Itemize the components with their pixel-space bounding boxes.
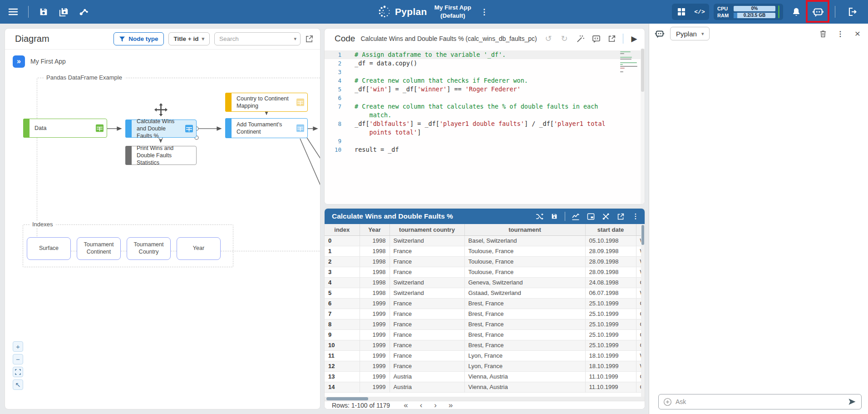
column-header[interactable]: index — [325, 224, 360, 235]
table-cell: 06.07.1998 — [585, 288, 636, 298]
assistant-toggle-button[interactable] — [809, 3, 827, 20]
table-row[interactable]: 61999FranceBrest, France25.10.1999C — [325, 298, 645, 309]
column-header[interactable]: Year — [360, 224, 390, 235]
redo-button[interactable]: ↻ — [559, 34, 569, 44]
code-open-external-button[interactable] — [607, 34, 617, 44]
node-calculate-wins[interactable]: Calculate Wins and Double Faults % — [125, 120, 197, 138]
node-print-statistics[interactable]: Print Wins and Double Faults Statistics — [125, 146, 197, 165]
chart-view-button[interactable] — [571, 212, 580, 221]
undo-button[interactable]: ↺ — [543, 34, 553, 44]
node-label: Print Wins and Double Faults Statistics — [137, 145, 182, 167]
column-header[interactable]: tournament — [464, 224, 585, 235]
line-chart-icon — [572, 212, 580, 220]
table-cell: 11.10.1999 — [585, 382, 636, 392]
table-cell: 25.10.1999 — [585, 298, 636, 309]
hamburger-menu-button[interactable] — [5, 3, 22, 20]
first-page-button[interactable]: « — [404, 401, 408, 409]
column-header[interactable]: tournament country — [390, 224, 464, 235]
table-row[interactable]: 41998SwitzerlandGeneva, Switzerland24.08… — [325, 277, 645, 288]
save-result-button[interactable] — [550, 212, 559, 221]
code-editor-scrollbar[interactable] — [641, 49, 645, 204]
clear-chat-button[interactable] — [818, 29, 828, 39]
scrollbar-thumb[interactable] — [641, 49, 644, 92]
table-horizontal-scrollbar[interactable] — [325, 397, 645, 401]
node-add-continent[interactable]: Add Tournament's Continent — [225, 118, 308, 138]
zoom-out-button[interactable]: − — [13, 354, 23, 364]
node-color-band — [125, 120, 132, 138]
table-cell: 05.10.1998 — [585, 235, 636, 246]
table-cell: Gstaad, Switzerland — [464, 288, 585, 298]
resource-stats: CPU 0% RAM 0.2/3.5 GB — [714, 4, 783, 20]
last-page-button[interactable]: » — [449, 401, 453, 409]
column-header[interactable]: start date — [585, 224, 636, 235]
save-all-button[interactable] — [55, 3, 72, 20]
ask-input[interactable] — [676, 398, 844, 405]
next-page-button[interactable]: › — [434, 401, 437, 409]
close-assistant-button[interactable]: × — [853, 29, 863, 39]
workspace-menu-button[interactable]: ⋮ — [478, 7, 490, 17]
code-view-button[interactable]: </> — [693, 5, 706, 19]
fit-screen-button[interactable] — [13, 367, 23, 377]
table-cell: France — [390, 350, 464, 361]
index-node-surface[interactable]: Surface — [27, 237, 71, 260]
dataframe-table-icon — [296, 125, 304, 132]
share-node-button[interactable] — [75, 3, 92, 20]
table-row[interactable]: 51998SwitzerlandGstaad, Switzerland06.07… — [325, 288, 645, 298]
table-cell: France — [390, 267, 464, 277]
table-row[interactable]: 111999FranceLyon, France18.10.1999W — [325, 350, 645, 361]
widget-view-button[interactable] — [586, 212, 595, 221]
table-cell: 1999 — [360, 329, 390, 340]
save-icon — [39, 7, 49, 17]
assistant-menu-button[interactable]: ⋮ — [835, 29, 845, 39]
save-button[interactable] — [35, 3, 52, 20]
logout-button[interactable] — [843, 3, 861, 20]
notifications-button[interactable] — [788, 3, 805, 20]
table-row[interactable]: 81999FranceBrest, France25.10.1999C — [325, 319, 645, 329]
table-row[interactable]: 71999FranceBrest, France25.10.1999C — [325, 309, 645, 319]
assistant-bot-icon — [812, 6, 824, 18]
table-row[interactable]: 101999FranceBrest, France25.10.1999C — [325, 340, 645, 350]
table-cell: 18.10.1999 — [585, 361, 636, 371]
table-cell: 24.08.1998 — [585, 277, 636, 288]
pivot-button[interactable] — [535, 212, 544, 221]
code-editor[interactable]: 1# Assign dataframe to the variable '_df… — [325, 49, 645, 204]
index-node-year[interactable]: Year — [177, 237, 221, 260]
table-row[interactable]: 11998FranceToulouse, France28.09.1998W — [325, 246, 645, 256]
cpu-bar: 0% — [734, 6, 775, 11]
attach-plus-icon[interactable] — [663, 398, 672, 406]
comment-code-button[interactable] — [591, 34, 601, 44]
result-open-external-button[interactable] — [616, 212, 625, 221]
node-country-mapping[interactable]: Country to Continent Mapping — [225, 93, 308, 112]
table-row[interactable]: 131999AustriaVienna, Austria11.10.1999C — [325, 371, 645, 382]
tools-button[interactable] — [601, 212, 610, 221]
index-node-tournament-continent[interactable]: Tournament Continent — [77, 237, 121, 260]
scrollbar-thumb[interactable] — [641, 225, 644, 245]
diagram-canvas[interactable]: Pandas DataFrame Example Data Calculate … — [5, 29, 320, 409]
node-data[interactable]: Data — [23, 119, 107, 138]
table-view-button[interactable] — [675, 5, 688, 19]
table-row[interactable]: 31998FranceToulouse, France28.09.1998W — [325, 267, 645, 277]
table-row[interactable]: 21998FranceToulouse, France28.09.1998W — [325, 256, 645, 267]
table-row[interactable]: 91999FranceBrest, France25.10.1999C — [325, 329, 645, 340]
previous-page-button[interactable]: ‹ — [420, 401, 423, 409]
table-row[interactable]: 141999AustriaVienna, Austria11.10.1999C — [325, 382, 645, 392]
index-node-tournament-country[interactable]: Tournament Country — [127, 237, 171, 260]
table-vertical-scrollbar[interactable] — [641, 224, 645, 397]
scrollbar-thumb[interactable] — [326, 397, 368, 400]
send-icon[interactable] — [848, 397, 857, 406]
assistant-model-dropdown[interactable]: Pyplan ▾ — [670, 27, 710, 40]
table-row[interactable]: 01998SwitzerlandBasel, Switzerland05.10.… — [325, 235, 645, 246]
format-code-button[interactable] — [575, 34, 585, 44]
dataframe-table-icon — [96, 125, 104, 132]
table-cell: 1998 — [360, 256, 390, 267]
table-row[interactable]: 121999FranceLyon, France18.10.1999W — [325, 361, 645, 371]
result-menu-button[interactable]: ⋮ — [631, 212, 640, 221]
zoom-in-button[interactable]: + — [13, 341, 23, 352]
code-line: 4# Create new column that checks if Fede… — [325, 76, 645, 85]
pyplan-brand[interactable]: Pyplan — [378, 5, 427, 19]
assistant-chat-body — [649, 44, 868, 389]
table-cell: 1999 — [360, 371, 390, 382]
run-code-button[interactable]: ▶ — [629, 34, 639, 44]
reset-view-button[interactable]: ↖ — [13, 379, 23, 390]
table-cell: France — [390, 319, 464, 329]
